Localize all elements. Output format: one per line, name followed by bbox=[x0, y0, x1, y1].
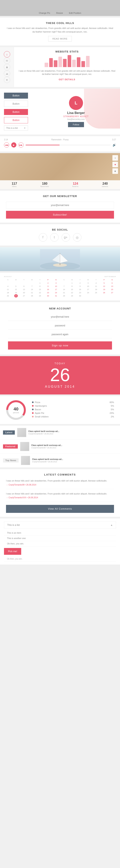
calendar-day[interactable]: 25 bbox=[92, 291, 100, 294]
calendar-day[interactable]: 29 bbox=[36, 294, 44, 298]
calendar-day[interactable]: 24 bbox=[84, 291, 92, 294]
calendar-day[interactable]: 3 bbox=[84, 281, 92, 285]
calendar-day[interactable]: 23 bbox=[44, 291, 52, 294]
calendar-day[interactable]: 26 bbox=[14, 294, 18, 298]
calendar-day[interactable]: 17 bbox=[84, 288, 92, 291]
calendar-day[interactable]: 1 bbox=[68, 281, 76, 285]
google-plus-icon[interactable]: g+ bbox=[62, 233, 70, 242]
calendar-day[interactable]: 22 bbox=[36, 291, 44, 294]
progress-bar[interactable] bbox=[26, 145, 111, 145]
get-details-button[interactable]: GET DETAILS bbox=[18, 78, 116, 81]
btn-outline[interactable]: Button bbox=[4, 101, 28, 107]
favorite-photo-button[interactable]: ★ bbox=[113, 168, 118, 174]
resize-button[interactable]: Resize bbox=[56, 12, 63, 14]
calendar-day[interactable]: 22 bbox=[68, 291, 76, 294]
facebook-icon[interactable]: f bbox=[39, 233, 47, 242]
calendar-day[interactable]: 18 bbox=[4, 291, 12, 294]
volume-icon[interactable]: 🔊 bbox=[113, 143, 116, 147]
calendar-day[interactable]: 26 bbox=[100, 291, 108, 294]
calendar-day[interactable]: 15 bbox=[36, 288, 44, 291]
calendar-day[interactable]: 23 bbox=[76, 291, 84, 294]
calendar-day[interactable]: 10 bbox=[52, 285, 60, 288]
calendar-day[interactable]: 25 bbox=[4, 294, 12, 298]
dribbble-icon[interactable]: ◎ bbox=[73, 233, 81, 242]
calendar-day[interactable]: 13 bbox=[108, 285, 116, 288]
calendar-day[interactable]: 12 bbox=[12, 288, 20, 291]
calendar-day[interactable]: 4 bbox=[4, 285, 12, 288]
account-email-input[interactable] bbox=[8, 313, 112, 321]
read-more-button[interactable]: READ MORE bbox=[48, 36, 72, 41]
pick-me-button[interactable]: Pick me! bbox=[4, 548, 21, 555]
calendar-day[interactable]: 30 bbox=[76, 294, 84, 298]
calendar-day[interactable]: 21 bbox=[60, 291, 68, 294]
prev-button[interactable]: ◀◀ bbox=[4, 142, 9, 148]
calendar-day[interactable]: 19 bbox=[12, 291, 20, 294]
signup-button[interactable]: Sign up now bbox=[8, 341, 112, 349]
calendar-day[interactable]: 9 bbox=[76, 285, 84, 288]
calendar-day[interactable]: 9 bbox=[44, 285, 52, 288]
cloud-icon[interactable]: ☁ bbox=[4, 70, 10, 77]
calendar-day[interactable]: 28 bbox=[60, 294, 68, 298]
calendar-day[interactable]: 5 bbox=[12, 285, 20, 288]
calendar-day[interactable]: 16 bbox=[44, 288, 52, 291]
btn-dark[interactable]: Button bbox=[4, 93, 28, 99]
add-photo-button[interactable]: + bbox=[113, 155, 118, 161]
calendar-day[interactable]: 7 bbox=[60, 285, 68, 288]
home-icon[interactable]: ⌂ bbox=[4, 51, 10, 58]
list-selector[interactable]: This is a list ▼ bbox=[4, 125, 28, 130]
next-button[interactable]: ▶▶ bbox=[18, 142, 24, 148]
view-all-comments-button[interactable]: View All Comments bbox=[6, 505, 114, 513]
donut-card: 40 percent Pizza 60% Hamburgers 5% Bacon… bbox=[0, 396, 120, 424]
calendar-day[interactable]: 4 bbox=[92, 281, 100, 285]
calendar-day[interactable]: 19 bbox=[100, 288, 108, 291]
calendar-day[interactable]: 11 bbox=[4, 288, 12, 291]
calendar-day[interactable]: 30 bbox=[44, 294, 52, 298]
calendar-day[interactable]: 10 bbox=[84, 285, 92, 288]
calendar-day[interactable]: 12 bbox=[100, 285, 108, 288]
calendar-day[interactable]: 20 bbox=[108, 288, 116, 291]
heart-icon[interactable]: ♥ bbox=[4, 77, 10, 83]
btn-outline-red[interactable]: Button bbox=[4, 117, 28, 123]
calendar-day[interactable]: 14 bbox=[28, 288, 36, 291]
calendar-day[interactable]: 8 bbox=[36, 285, 44, 288]
edit-position-button[interactable]: Edit Position bbox=[69, 12, 81, 14]
account-password2-input[interactable] bbox=[8, 331, 112, 338]
calendar-day[interactable]: 27 bbox=[20, 294, 28, 298]
calendar-day[interactable]: 11 bbox=[92, 285, 100, 288]
calendar-day[interactable]: 18 bbox=[92, 288, 100, 291]
calendar-day[interactable]: 8 bbox=[68, 285, 76, 288]
mail-icon[interactable]: ✉ bbox=[4, 58, 10, 64]
like-photo-button[interactable]: ♥ bbox=[113, 162, 118, 167]
calendar-day[interactable]: 27 bbox=[108, 291, 116, 294]
calendar-day[interactable]: 1 bbox=[36, 281, 44, 285]
calendar-day[interactable]: 16 bbox=[76, 288, 84, 291]
calendar-day[interactable]: 3 bbox=[52, 281, 60, 285]
play-button[interactable]: ▶ bbox=[11, 142, 17, 148]
accordion-header[interactable]: This is a list ▲ bbox=[4, 521, 116, 529]
calendar-day[interactable]: 2 bbox=[76, 281, 84, 285]
calendar-day[interactable]: 13 bbox=[20, 288, 28, 291]
calendar-day[interactable]: 24 bbox=[52, 291, 60, 294]
newsletter-email-input[interactable] bbox=[6, 202, 114, 209]
btn-red[interactable]: Button bbox=[4, 109, 28, 115]
change-pic-button[interactable]: Change Pic bbox=[39, 12, 50, 14]
news-meta: CrazlyTomantic99 • 26.08.2014 bbox=[31, 447, 62, 449]
calendar-day[interactable]: 7 bbox=[28, 285, 36, 288]
calendar-day[interactable]: 14 bbox=[60, 288, 68, 291]
account-password-input[interactable] bbox=[8, 322, 112, 330]
subscribe-button[interactable]: Subscribe! bbox=[6, 211, 114, 219]
calendar-day[interactable]: 31 bbox=[52, 294, 60, 298]
calendar-day[interactable]: 5 bbox=[100, 281, 108, 285]
calendar-day[interactable]: 6 bbox=[20, 285, 28, 288]
follow-button[interactable]: Follow bbox=[68, 122, 84, 127]
calendar-day[interactable]: 6 bbox=[108, 281, 116, 285]
twitter-icon[interactable]: t bbox=[50, 233, 58, 242]
calendar-day[interactable]: 17 bbox=[52, 288, 60, 291]
calendar-day[interactable]: 2 bbox=[44, 281, 52, 285]
calendar-day[interactable]: 28 bbox=[28, 294, 36, 298]
user-icon[interactable]: ♟ bbox=[4, 64, 10, 70]
calendar-day[interactable]: 20 bbox=[20, 291, 28, 294]
calendar-day[interactable]: 21 bbox=[28, 291, 36, 294]
calendar-day[interactable]: 29 bbox=[68, 294, 76, 298]
calendar-day[interactable]: 15 bbox=[68, 288, 76, 291]
